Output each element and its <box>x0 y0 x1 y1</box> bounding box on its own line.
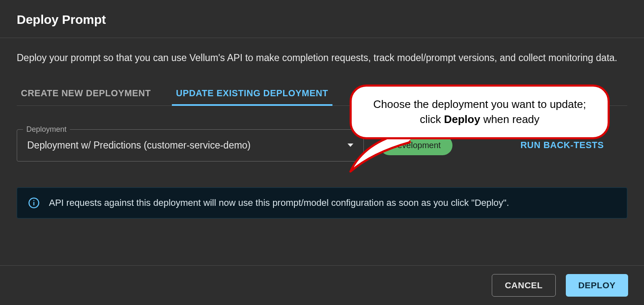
deploy-prompt-modal: Deploy Prompt Deploy your prompt so that… <box>0 0 644 305</box>
run-back-tests-button[interactable]: RUN BACK-TESTS <box>518 140 606 151</box>
svg-point-2 <box>33 200 34 201</box>
modal-header: Deploy Prompt <box>0 0 644 38</box>
deploy-button[interactable]: DEPLOY <box>566 274 628 297</box>
deployment-select-label: Deployment <box>23 125 70 134</box>
modal-body: Deploy your prompt so that you can use V… <box>0 38 644 265</box>
info-icon <box>28 197 40 209</box>
callout-text-bold: Deploy <box>444 113 480 126</box>
deployment-select-inner[interactable]: Deployment w/ Predictions (customer-serv… <box>17 130 363 161</box>
info-banner: API requests against this deployment wil… <box>17 187 627 218</box>
callout-text-part2: when ready <box>480 113 539 126</box>
modal-footer: CANCEL DEPLOY <box>0 265 644 305</box>
modal-description: Deploy your prompt so that you can use V… <box>17 51 627 66</box>
modal-title: Deploy Prompt <box>17 13 627 27</box>
tab-update-existing-deployment[interactable]: UPDATE EXISTING DEPLOYMENT <box>172 82 332 105</box>
info-banner-text: API requests against this deployment wil… <box>49 197 509 208</box>
deployment-select[interactable]: Deployment Deployment w/ Predictions (cu… <box>17 129 364 161</box>
cancel-button[interactable]: CANCEL <box>492 274 556 297</box>
deployment-select-value: Deployment w/ Predictions (customer-serv… <box>27 140 250 151</box>
tab-create-new-deployment[interactable]: CREATE NEW DEPLOYMENT <box>17 82 155 105</box>
annotation-callout: Choose the deployment you want to update… <box>350 85 610 139</box>
